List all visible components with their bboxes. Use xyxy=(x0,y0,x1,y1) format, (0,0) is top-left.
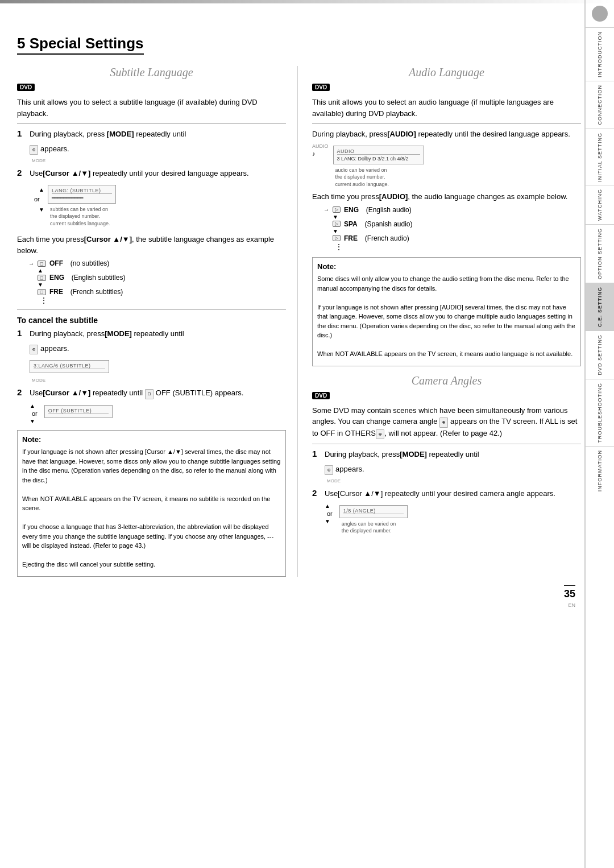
subtitle-arrows-down xyxy=(39,205,44,213)
sidebar-label-info: INFORMATION xyxy=(597,450,603,491)
arrow-item-eng: ◻ ENG (English subtitles) xyxy=(38,274,286,282)
subtitle-note-title: Note: xyxy=(22,434,281,445)
sidebar-section-introduction: INTRODUCTION xyxy=(586,27,614,81)
subtitle-heading: Subtitle Language xyxy=(110,66,193,78)
subtitle-screen-wrap: or LANG: (SUBTITLE) ━━━━━━━━━━━ xyxy=(30,183,286,228)
screen-label: LANG: (SUBTITLE) xyxy=(52,188,112,194)
audio-heading: Audio Language xyxy=(409,66,484,78)
camera-intro: Some DVD may contain scenes which have b… xyxy=(312,405,581,440)
subtitle-arrows-up xyxy=(39,185,44,193)
page-number: 35 xyxy=(564,585,575,600)
cancel-subtitle-title: To cancel the subtitle xyxy=(17,316,286,325)
subtitle-language-section: Subtitle Language DVD This unit allows y… xyxy=(17,66,298,577)
audio-arrow-fre: ▷ FRE (French audio) xyxy=(333,234,581,242)
sidebar-label-dvd: DVD SETTING xyxy=(597,334,603,375)
camera-screen-mockup: 1/8 (ANGLE) xyxy=(339,505,408,518)
camera-angles-section: Camera Angles DVD Some DVD may contain s… xyxy=(312,374,581,535)
audio-screen-mockup: AUDIO 3 LANG: Dolby D 3/2.1 ch 4/8/2 xyxy=(333,146,424,164)
camera-step2-num: 2 xyxy=(312,488,321,535)
sidebar-label-connection: CONNECTION xyxy=(597,85,603,125)
subtitle-step1: 1 During playback, press [MODE] repeated… xyxy=(17,129,286,163)
audio-note-box: Note: Some discs will only allow you to … xyxy=(312,257,581,366)
audio-step2-text: Each time you press[AUDIO], the audio la… xyxy=(312,191,581,202)
page-number-area: 35 EN xyxy=(17,588,581,609)
screen-caption1: subtitles can be varied on the displayed… xyxy=(50,206,116,228)
cancel-step1-icon: ⊙ xyxy=(30,345,38,355)
sidebar-label-watching: WATCHING xyxy=(597,189,603,221)
screen-line1: ━━━━━━━━━━━ xyxy=(52,195,112,201)
audio-arrow-spa: ▷ SPA (Spanish audio) xyxy=(333,220,581,228)
step2b-text: Each time you press[Cursor ▲/▼], the sub… xyxy=(17,234,286,256)
cancel-step2-num: 2 xyxy=(17,387,26,424)
arrow-item-off: → ◻ OFF (no subtitles) xyxy=(28,259,286,267)
audio-arrow-eng: → ▷ ENG (English audio) xyxy=(323,206,581,214)
camera-step1-num: 1 xyxy=(312,449,321,483)
subtitle-note-text: If your language is not shown after pres… xyxy=(22,447,281,569)
subtitle-dvd-badge: DVD xyxy=(17,84,35,91)
cancel-screen1: 3:LANG/6 (SUBTITLE) xyxy=(30,358,286,375)
step1-text: During playback, press [MODE] repeatedly… xyxy=(30,129,286,140)
arrow-up-icon xyxy=(39,185,44,193)
step1-icon: ⊙ appears. xyxy=(30,143,286,155)
arrow-item-fre: ◻ FRE (French subtitles) xyxy=(38,288,286,296)
camera-heading: Camera Angles xyxy=(412,374,482,387)
sidebar-label-trouble: TROUBLESHOOTING xyxy=(597,383,603,443)
sidebar-section-option: OPTION SETTING xyxy=(586,224,614,283)
sidebar-section-dvd: DVD SETTING xyxy=(586,330,614,379)
audio-dvd-badge: DVD xyxy=(312,84,330,91)
camera-step1: 1 During playback, press[MODE] repeatedl… xyxy=(312,449,581,483)
audio-note-title: Note: xyxy=(317,261,576,272)
cancel-screen2: OFF (SUBTITLE) xyxy=(44,405,113,418)
step2-text: Use[Cursor ▲/▼] repeatedly until your de… xyxy=(30,168,286,179)
cancel-step1-text: During playback, press[MODE] repeatedly … xyxy=(30,328,286,340)
sidebar-circle xyxy=(592,6,608,22)
subtitle-note-box: Note: If your language is not shown afte… xyxy=(17,430,286,577)
or-text: or xyxy=(34,196,40,202)
cancel-step1: 1 During playback, press[MODE] repeatedl… xyxy=(17,328,286,383)
audio-screen-area: AUDIO ♪ AUDIO 3 LANG: Dolby D 3/2.1 ch 4… xyxy=(312,143,581,188)
sidebar-section-ce: C.E. SETTING xyxy=(586,283,614,330)
subtitle-step2: 2 Use[Cursor ▲/▼] repeatedly until your … xyxy=(17,168,286,229)
step1-screen-icon: ⊙ xyxy=(30,145,38,155)
sidebar-label-option: OPTION SETTING xyxy=(597,228,603,279)
audio-step1-text: During playback, press[AUDIO] repeatedly… xyxy=(312,129,581,140)
sidebar-section-watching: WATCHING xyxy=(586,185,614,224)
page-number-sub: EN xyxy=(568,602,575,608)
page-title: 5 Special Settings xyxy=(17,35,144,55)
arrow-down-icon xyxy=(39,205,44,213)
cancel-step2: 2 Use[Cursor ▲/▼] repeatedly until ◻ OFF… xyxy=(17,387,286,424)
camera-dvd-badge: DVD xyxy=(312,392,330,399)
audio-note-text: Some discs will only allow you to change… xyxy=(317,274,576,359)
sidebar-section-trouble: TROUBLESHOOTING xyxy=(586,379,614,447)
audio-intro: This unit allows you to select an audio … xyxy=(312,97,581,119)
sidebar-section-info: INFORMATION xyxy=(586,446,614,495)
step2-num: 2 xyxy=(17,168,26,229)
sidebar-section-connection: CONNECTION xyxy=(586,81,614,129)
sidebar-label-introduction: INTRODUCTION xyxy=(597,31,603,77)
right-column: Audio Language DVD This unit allows you … xyxy=(309,66,581,577)
sidebar-label-initial: INITIAL SETTING xyxy=(597,133,603,182)
audio-change-list: → ▷ ENG (English audio) ▼ ▷ SPA (Spanish… xyxy=(323,206,581,251)
right-sidebar: INTRODUCTION CONNECTION INITIAL SETTING … xyxy=(584,0,614,868)
audio-language-section: Audio Language DVD This unit allows you … xyxy=(312,66,581,366)
cancel-step1-num: 1 xyxy=(17,328,26,383)
sidebar-section-initial: INITIAL SETTING xyxy=(586,129,614,185)
step1-num: 1 xyxy=(17,129,26,163)
subtitle-screen-mockup: LANG: (SUBTITLE) ━━━━━━━━━━━ xyxy=(48,185,116,204)
subtitle-intro: This unit allows you to select a subtitl… xyxy=(17,97,286,119)
sidebar-label-ce: C.E. SETTING xyxy=(597,287,603,327)
subtitle-change-list: → ◻ OFF (no subtitles) ▲ ◻ ENG (English … xyxy=(28,259,286,305)
mode-label: MODE xyxy=(32,158,286,163)
camera-step2: 2 Use[Cursor ▲/▼] repeatedly until your … xyxy=(312,488,581,535)
